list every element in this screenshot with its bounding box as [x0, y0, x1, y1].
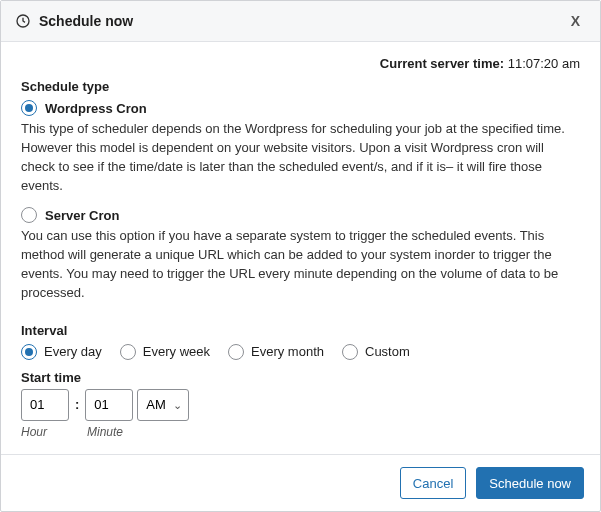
start-time-row: : AM ⌄: [21, 389, 580, 421]
modal-body: Current server time: 11:07:20 am Schedul…: [1, 42, 600, 454]
interval-every-week[interactable]: Every week: [120, 344, 210, 360]
close-button[interactable]: X: [565, 11, 586, 31]
server-cron-desc: You can use this option if you have a se…: [21, 227, 580, 302]
ampm-select[interactable]: AM: [137, 389, 189, 421]
server-time-label: Current server time:: [380, 56, 504, 71]
schedule-type-label: Schedule type: [21, 79, 580, 94]
modal-header: Schedule now X: [1, 1, 600, 42]
start-time-label: Start time: [21, 370, 580, 385]
radio-server-cron[interactable]: [21, 207, 37, 223]
server-time-value: 11:07:20 am: [508, 56, 580, 71]
radio-wordpress-cron-label[interactable]: Wordpress Cron: [45, 101, 147, 116]
wordpress-cron-desc: This type of scheduler depends on the Wo…: [21, 120, 580, 195]
schedule-type-wordpress: Wordpress Cron This type of scheduler de…: [21, 100, 580, 195]
schedule-now-button[interactable]: Schedule now: [476, 467, 584, 499]
interval-label: Interval: [21, 323, 580, 338]
modal-footer: Cancel Schedule now: [1, 454, 600, 511]
modal-title: Schedule now: [39, 13, 565, 29]
clock-icon: [15, 13, 31, 29]
interval-options: Every day Every week Every month Custom: [21, 344, 580, 360]
server-time: Current server time: 11:07:20 am: [21, 56, 580, 71]
schedule-modal: Schedule now X Current server time: 11:0…: [0, 0, 601, 512]
hour-input[interactable]: [21, 389, 69, 421]
minute-sublabel: Minute: [87, 425, 135, 439]
time-sub-labels: Hour Minute: [21, 425, 580, 439]
time-colon: :: [73, 397, 81, 412]
cancel-button[interactable]: Cancel: [400, 467, 466, 499]
interval-every-day[interactable]: Every day: [21, 344, 102, 360]
minute-input[interactable]: [85, 389, 133, 421]
interval-every-month[interactable]: Every month: [228, 344, 324, 360]
radio-server-cron-label[interactable]: Server Cron: [45, 208, 119, 223]
hour-sublabel: Hour: [21, 425, 69, 439]
schedule-type-server: Server Cron You can use this option if y…: [21, 207, 580, 302]
interval-custom[interactable]: Custom: [342, 344, 410, 360]
radio-wordpress-cron[interactable]: [21, 100, 37, 116]
interval-section: Interval Every day Every week Every mont…: [21, 323, 580, 439]
